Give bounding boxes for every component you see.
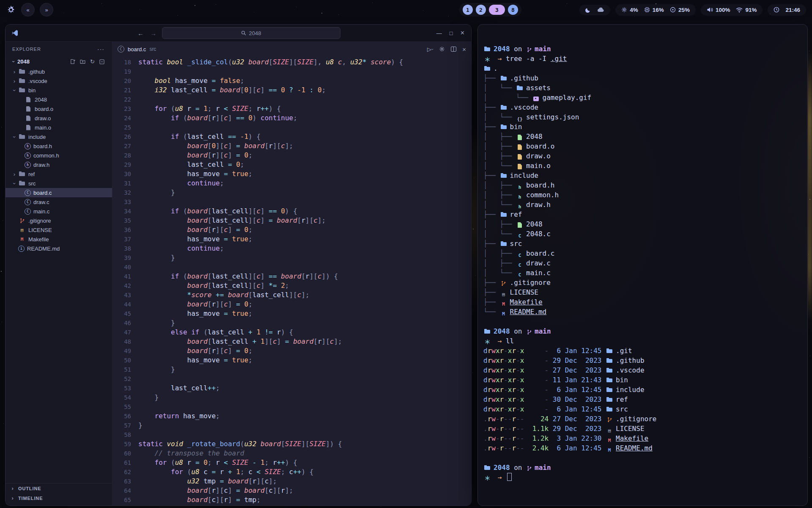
back-button[interactable]: ← bbox=[137, 30, 145, 37]
command-center[interactable]: 2048 bbox=[162, 27, 340, 39]
code-token bbox=[138, 77, 155, 85]
tree-prefix: ├── bbox=[483, 240, 500, 248]
weather-widget[interactable] bbox=[579, 5, 610, 15]
code-token: } bbox=[171, 254, 175, 262]
workspace-3[interactable]: 3 bbox=[489, 5, 505, 15]
media-prev-button[interactable]: « bbox=[21, 3, 35, 17]
tab-file-name[interactable]: board.c bbox=[128, 46, 146, 52]
code-line: 48 board[last_cell + 1][c] = board[r][c]… bbox=[112, 337, 471, 346]
system-logo-icon[interactable] bbox=[6, 5, 16, 15]
code-line: 41 if (board[last_cell][c] == board[r][c… bbox=[112, 272, 471, 281]
file-item-ref[interactable]: ›ref bbox=[5, 169, 112, 179]
file-item-main-o[interactable]: main.o bbox=[5, 123, 112, 132]
code-token bbox=[138, 207, 171, 215]
file-name: include bbox=[616, 386, 644, 394]
column-gap bbox=[601, 405, 606, 413]
file-item-draw-o[interactable]: draw.o bbox=[5, 113, 112, 123]
tree-row: ├── .vscode bbox=[483, 102, 803, 112]
new-file-icon[interactable] bbox=[70, 59, 75, 64]
file-item-common-h[interactable]: hcommon.h bbox=[5, 151, 112, 160]
code-token: = bbox=[236, 151, 240, 159]
perm-char: x bbox=[496, 366, 500, 374]
workspace-8[interactable]: 8 bbox=[508, 5, 518, 15]
file-item-board-o[interactable]: board.o bbox=[5, 104, 112, 113]
run-button[interactable]: ▷› bbox=[427, 46, 433, 52]
perm-char: x bbox=[496, 356, 500, 364]
code-token: r bbox=[211, 300, 216, 308]
code-token: c bbox=[265, 477, 269, 485]
perm-char: - bbox=[520, 415, 524, 423]
code-token bbox=[138, 86, 155, 94]
audio-network-widget[interactable]: 100% 91% bbox=[701, 4, 763, 16]
code-token bbox=[138, 486, 187, 494]
minimize-button[interactable]: — bbox=[436, 30, 442, 36]
forward-button[interactable]: → bbox=[149, 30, 158, 37]
code-token: [ bbox=[265, 486, 269, 494]
workspace-1[interactable]: 1 bbox=[463, 5, 473, 15]
file-item-include[interactable]: ›include bbox=[5, 132, 112, 141]
header-icon: h bbox=[25, 152, 31, 159]
collapse-all-icon[interactable] bbox=[99, 59, 104, 64]
workspace-2[interactable]: 2 bbox=[476, 5, 486, 15]
terminal-window[interactable]: 2048 on main → tree -a -I .git.├── .gith… bbox=[477, 24, 808, 506]
file-item-2048[interactable]: 2048 bbox=[5, 95, 112, 104]
close-button[interactable]: × bbox=[461, 29, 464, 37]
column-gap bbox=[601, 425, 606, 433]
file-item-board-h[interactable]: hboard.h bbox=[5, 141, 112, 151]
perm-char: x bbox=[520, 386, 524, 394]
file-label: src bbox=[28, 180, 36, 187]
refresh-icon[interactable]: ↻ bbox=[90, 58, 95, 65]
code-token bbox=[138, 254, 171, 262]
code-token bbox=[138, 216, 187, 224]
media-next-button[interactable]: » bbox=[40, 3, 53, 17]
code-line: 37 has_move = true; bbox=[112, 235, 471, 244]
code-token: board bbox=[187, 207, 208, 215]
file-item-readme-md[interactable]: iREADME.md bbox=[5, 244, 112, 253]
file-item-vscode[interactable]: ›.vscode bbox=[5, 76, 112, 86]
settings-gear-icon[interactable] bbox=[439, 46, 445, 52]
code-editor[interactable]: 18static bool _slide_col(u32 board[SIZE]… bbox=[112, 56, 471, 505]
line-number: 51 bbox=[112, 365, 138, 374]
file-size: - bbox=[524, 347, 549, 355]
file-item-makefile[interactable]: MMakefile bbox=[5, 235, 112, 244]
code-token: 0 bbox=[244, 300, 249, 308]
folder-icon bbox=[18, 77, 26, 84]
code-text: board[c][r] = tmp; bbox=[138, 495, 261, 505]
code-token bbox=[167, 458, 171, 467]
file-item-gitignore[interactable]: .gitignore bbox=[5, 216, 112, 225]
file-item-board-c[interactable]: Cboard.c bbox=[5, 188, 112, 197]
file-item-src[interactable]: ›src bbox=[5, 179, 112, 188]
system-stats-widget[interactable]: 4% 16% 25% bbox=[615, 4, 696, 16]
tree-row: . bbox=[483, 64, 803, 73]
code-token: == bbox=[269, 86, 277, 94]
code-token: [ bbox=[208, 142, 212, 150]
maximize-button[interactable]: □ bbox=[450, 30, 453, 36]
code-text: } bbox=[138, 393, 159, 402]
file-item-license[interactable]: ▤LICENSE bbox=[5, 225, 112, 235]
clock-widget[interactable]: 21:46 bbox=[768, 4, 806, 16]
code-token: [ bbox=[208, 486, 212, 494]
file-item-draw-h[interactable]: hdraw.h bbox=[5, 160, 112, 169]
more-actions-icon[interactable]: ··· bbox=[97, 46, 104, 52]
timeline-section[interactable]: › TIMELINE bbox=[5, 493, 112, 503]
code-token bbox=[224, 291, 228, 299]
split-editor-icon[interactable] bbox=[451, 47, 456, 52]
file-item-main-c[interactable]: Cmain.c bbox=[5, 207, 112, 216]
close-editor-icon[interactable]: × bbox=[462, 46, 466, 53]
file-name: board.o bbox=[526, 142, 554, 150]
new-folder-icon[interactable] bbox=[80, 59, 85, 64]
tree-row: ├── .gitignore bbox=[483, 278, 803, 287]
code-token: if bbox=[191, 328, 199, 336]
code-line: 24 if (board[r][c] == 0) continue; bbox=[112, 113, 471, 123]
volume-percentage: 100% bbox=[716, 7, 730, 13]
outline-section[interactable]: › OUTLINE bbox=[5, 483, 112, 493]
file-item-bin[interactable]: ›bin bbox=[5, 86, 112, 95]
file-item-draw-c[interactable]: Cdraw.c bbox=[5, 197, 112, 207]
clock-time: 21:46 bbox=[785, 7, 800, 13]
line-number: 58 bbox=[112, 430, 138, 439]
code-line: 60 // transpose the board bbox=[112, 449, 471, 458]
line-number: 46 bbox=[112, 318, 138, 328]
file-item-github[interactable]: ›.github bbox=[5, 67, 112, 76]
project-root[interactable]: › 2048 ↻ bbox=[5, 56, 112, 67]
perm-char: - bbox=[504, 356, 508, 364]
